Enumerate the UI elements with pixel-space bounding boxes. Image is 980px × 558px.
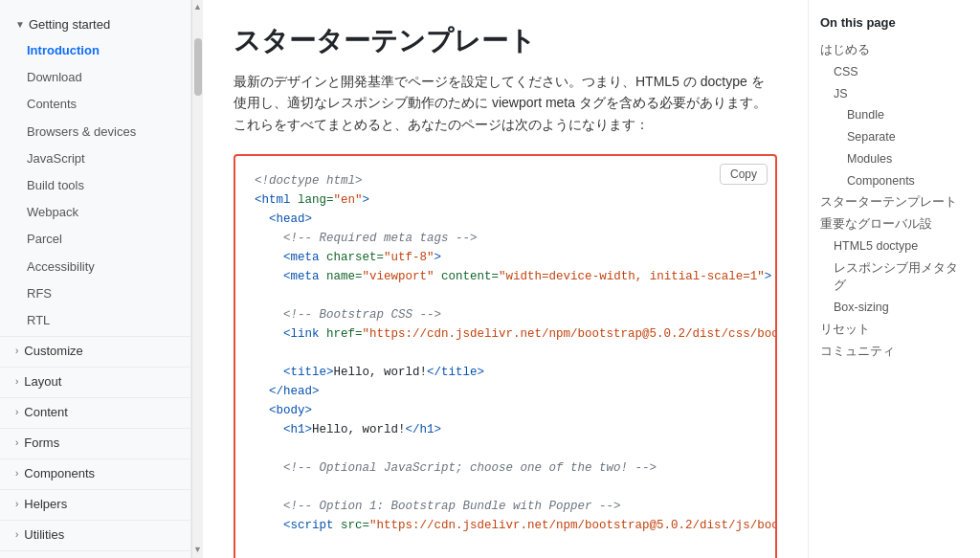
sidebar-components-label: Components: [24, 466, 95, 480]
sidebar-utilities-label: Utilities: [24, 527, 64, 542]
sidebar-content-header[interactable]: › Content: [0, 397, 190, 426]
toc-item-community[interactable]: コミュニティ: [820, 341, 969, 363]
toc-item-starter[interactable]: スターターテンプレート: [820, 191, 969, 213]
toc-item-modules[interactable]: Modules: [820, 148, 969, 170]
sidebar-item-browsers[interactable]: Browsers & devices: [0, 119, 190, 145]
sidebar-item-javascript[interactable]: JavaScript: [0, 145, 190, 172]
sidebar-scrollbar-thumb[interactable]: [194, 38, 202, 96]
sidebar-forms-label: Forms: [24, 435, 59, 450]
sidebar-item-introduction[interactable]: Introduction: [0, 37, 190, 64]
toc-title: On this page: [820, 15, 969, 30]
sidebar-layout-header[interactable]: › Layout: [0, 367, 190, 395]
toc-panel: On this page はじめる CSS JS Bundle Separate…: [808, 0, 980, 558]
toc-item-js[interactable]: JS: [820, 83, 969, 105]
code-scroll-area[interactable]: <!doctype html> <html lang="en"> <head> …: [235, 156, 775, 558]
sidebar-helpers-header[interactable]: › Helpers: [0, 489, 190, 518]
sidebar-customize-header[interactable]: › Customize: [0, 336, 190, 365]
copy-button[interactable]: Copy: [720, 164, 768, 185]
toc-item-responsive[interactable]: レスポンシブ用メタタグ: [820, 257, 969, 298]
chevron-right-icon: ›: [15, 346, 18, 356]
chevron-right-icon: ›: [15, 407, 18, 417]
sidebar-content-label: Content: [24, 405, 68, 419]
page-intro: 最新のデザインと開発基準でページを設定してください。つまり、HTML5 の do…: [234, 71, 777, 135]
toc-item-html5[interactable]: HTML5 doctype: [820, 235, 969, 257]
toc-item-components[interactable]: Components: [820, 170, 969, 192]
sidebar-item-build-tools[interactable]: Build tools: [0, 172, 190, 199]
page-title: スターターテンプレート: [234, 23, 777, 59]
main-content: スターターテンプレート 最新のデザインと開発基準でページを設定してください。つま…: [203, 0, 808, 558]
code-block: <!doctype html> <html lang="en"> <head> …: [255, 171, 756, 558]
sidebar-item-contents[interactable]: Contents: [0, 91, 190, 118]
sidebar-item-parcel[interactable]: Parcel: [0, 226, 190, 253]
sidebar-scrollbar[interactable]: ▲ ▼: [191, 0, 203, 558]
sidebar-extend-header[interactable]: › Extend: [0, 550, 190, 558]
toc-item-reset[interactable]: リセット: [820, 319, 969, 341]
chevron-right-icon: ›: [15, 529, 18, 540]
sidebar-helpers-label: Helpers: [24, 497, 67, 511]
toc-item-css[interactable]: CSS: [820, 61, 969, 83]
sidebar-components-header[interactable]: › Components: [0, 458, 190, 487]
sidebar-item-accessibility[interactable]: Accessibility: [0, 254, 190, 280]
sidebar-customize-label: Customize: [24, 344, 82, 358]
sidebar-layout-label: Layout: [24, 374, 61, 389]
chevron-right-icon: ›: [15, 376, 18, 387]
sidebar-item-rfs[interactable]: RFS: [0, 280, 190, 307]
toc-item-boxsizing[interactable]: Box-sizing: [820, 297, 969, 319]
chevron-right-icon: ›: [15, 437, 18, 448]
toc-item-hajimeru[interactable]: はじめる: [820, 39, 969, 61]
scroll-up-arrow[interactable]: ▲: [192, 0, 203, 13]
code-container: Copy <!doctype html> <html lang="en"> <h…: [234, 154, 777, 558]
sidebar-item-download[interactable]: Download: [0, 64, 190, 91]
chevron-right-icon: ›: [15, 499, 18, 509]
sidebar-utilities-header[interactable]: › Utilities: [0, 520, 190, 548]
scroll-down-arrow[interactable]: ▼: [192, 543, 203, 556]
toc-item-separate[interactable]: Separate: [820, 126, 969, 148]
sidebar: ▼ Getting started Introduction Download …: [0, 0, 191, 558]
chevron-right-icon: ›: [15, 468, 18, 479]
toc-item-global[interactable]: 重要なグローバル設: [820, 213, 969, 235]
sidebar-section-label: Getting started: [29, 17, 110, 32]
chevron-down-icon: ▼: [15, 19, 25, 30]
sidebar-item-rtl[interactable]: RTL: [0, 307, 190, 334]
sidebar-item-webpack[interactable]: Webpack: [0, 199, 190, 226]
sidebar-forms-header[interactable]: › Forms: [0, 428, 190, 457]
sidebar-getting-started-header[interactable]: ▼ Getting started: [0, 11, 190, 37]
toc-item-bundle[interactable]: Bundle: [820, 104, 969, 126]
